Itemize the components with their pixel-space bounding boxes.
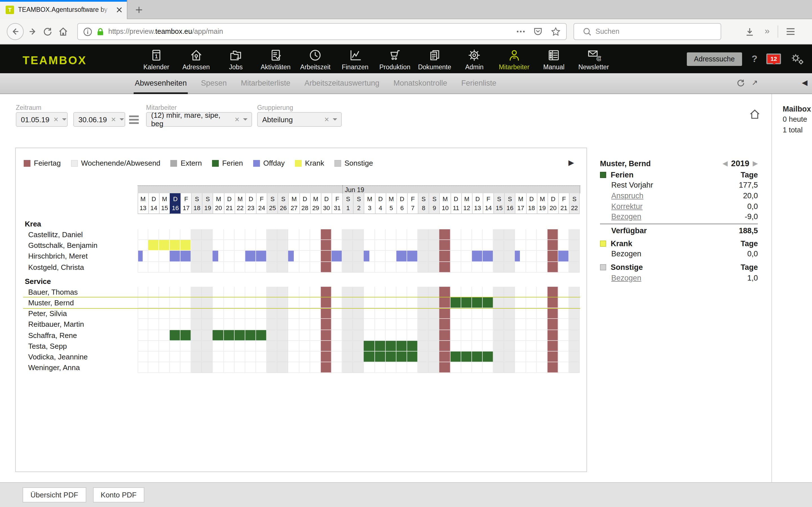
- day-cell[interactable]: [526, 240, 537, 251]
- day-cell[interactable]: [181, 262, 191, 272]
- day-cell[interactable]: [159, 262, 170, 272]
- day-cell[interactable]: [148, 251, 159, 262]
- page-actions-icon[interactable]: [516, 31, 525, 33]
- day-cell[interactable]: [537, 308, 547, 319]
- krank-cell[interactable]: [148, 240, 159, 251]
- day-cell[interactable]: [223, 362, 234, 373]
- nav-item-manual[interactable]: Manual: [534, 48, 574, 70]
- day-header[interactable]: S16: [504, 193, 515, 214]
- day-cell[interactable]: [472, 319, 483, 330]
- weekend-cell[interactable]: [278, 308, 289, 319]
- weekend-cell[interactable]: [353, 240, 364, 251]
- day-cell[interactable]: [299, 362, 310, 373]
- day-header[interactable]: M20: [213, 193, 223, 214]
- day-cell[interactable]: [213, 251, 223, 262]
- day-cell[interactable]: [483, 287, 493, 297]
- day-cell[interactable]: [310, 351, 321, 362]
- day-cell[interactable]: [364, 319, 375, 330]
- day-cell[interactable]: [159, 308, 170, 319]
- employee-row[interactable]: Testa, Sepp: [23, 341, 580, 351]
- day-cell[interactable]: [526, 351, 537, 362]
- weekend-cell[interactable]: [191, 319, 202, 330]
- holiday-cell[interactable]: [321, 308, 332, 319]
- day-cell[interactable]: [364, 262, 375, 272]
- day-cell[interactable]: [235, 229, 245, 240]
- day-cell[interactable]: [515, 240, 526, 251]
- subnav-tab-monatskontrolle[interactable]: Monatskontrolle: [392, 73, 448, 94]
- day-header[interactable]: D21: [223, 193, 234, 214]
- nav-item-adressen[interactable]: Adressen: [176, 48, 216, 70]
- day-cell[interactable]: [537, 341, 547, 351]
- day-cell[interactable]: [181, 362, 191, 373]
- weekend-cell[interactable]: [493, 240, 504, 251]
- weekend-cell[interactable]: [267, 251, 277, 262]
- notification-badge[interactable]: 12: [767, 54, 781, 64]
- nav-item-kalender[interactable]: 1Kalender: [137, 48, 176, 70]
- weekend-cell[interactable]: [191, 341, 202, 351]
- day-cell[interactable]: [159, 351, 170, 362]
- day-cell[interactable]: [181, 297, 191, 308]
- weekend-cell[interactable]: [202, 240, 213, 251]
- day-header[interactable]: D18: [526, 193, 537, 214]
- day-cell[interactable]: [289, 251, 299, 262]
- day-cell[interactable]: [289, 240, 299, 251]
- day-cell[interactable]: [223, 262, 234, 272]
- day-cell[interactable]: [526, 341, 537, 351]
- day-cell[interactable]: [472, 229, 483, 240]
- holiday-cell[interactable]: [548, 297, 558, 308]
- employee-row[interactable]: Gottschalk, Benjamin: [23, 240, 580, 251]
- day-cell[interactable]: [375, 297, 386, 308]
- employee-row[interactable]: Muster, Bernd: [23, 297, 580, 308]
- weekend-cell[interactable]: [504, 287, 515, 297]
- reload-button[interactable]: [43, 27, 52, 36]
- day-cell[interactable]: [386, 229, 396, 240]
- ferien-cell[interactable]: [223, 330, 234, 341]
- day-cell[interactable]: [515, 362, 526, 373]
- clear-icon[interactable]: ✕: [107, 116, 116, 123]
- day-cell[interactable]: [515, 308, 526, 319]
- weekend-cell[interactable]: [569, 319, 580, 330]
- day-cell[interactable]: [310, 297, 321, 308]
- ferien-cell[interactable]: [407, 351, 418, 362]
- offday-cell[interactable]: [245, 251, 256, 262]
- day-cell[interactable]: [181, 351, 191, 362]
- day-cell[interactable]: [181, 229, 191, 240]
- day-cell[interactable]: [407, 308, 418, 319]
- day-header[interactable]: S8: [418, 193, 428, 214]
- weekend-cell[interactable]: [504, 308, 515, 319]
- weekend-cell[interactable]: [342, 351, 353, 362]
- day-cell[interactable]: [483, 330, 493, 341]
- day-cell[interactable]: [148, 229, 159, 240]
- day-cell[interactable]: [159, 362, 170, 373]
- day-cell[interactable]: [299, 287, 310, 297]
- subnav-tab-spesen[interactable]: Spesen: [200, 73, 228, 94]
- day-header[interactable]: S18: [191, 193, 202, 214]
- day-header[interactable]: D20: [548, 193, 558, 214]
- day-cell[interactable]: [526, 262, 537, 272]
- weekend-cell[interactable]: [267, 262, 277, 272]
- weekend-cell[interactable]: [429, 319, 440, 330]
- weekend-cell[interactable]: [569, 330, 580, 341]
- day-cell[interactable]: [245, 262, 256, 272]
- day-cell[interactable]: [364, 308, 375, 319]
- weekend-cell[interactable]: [418, 240, 428, 251]
- day-cell[interactable]: [461, 362, 472, 373]
- weekend-cell[interactable]: [267, 297, 277, 308]
- day-cell[interactable]: [537, 351, 547, 362]
- holiday-cell[interactable]: [321, 330, 332, 341]
- day-cell[interactable]: [364, 297, 375, 308]
- day-cell[interactable]: [223, 319, 234, 330]
- day-cell[interactable]: [213, 362, 223, 373]
- subnav-tab-arbeitszeitauswertung[interactable]: Arbeitszeitauswertung: [303, 73, 380, 94]
- day-cell[interactable]: [170, 351, 181, 362]
- weekend-cell[interactable]: [342, 287, 353, 297]
- day-cell[interactable]: [148, 341, 159, 351]
- day-cell[interactable]: [515, 229, 526, 240]
- day-cell[interactable]: [396, 229, 407, 240]
- employee-row[interactable]: Hirschbrich, Meret: [23, 251, 580, 262]
- day-cell[interactable]: [537, 262, 547, 272]
- day-cell[interactable]: [170, 319, 181, 330]
- day-cell[interactable]: [558, 240, 569, 251]
- day-header[interactable]: M13: [137, 193, 148, 214]
- holiday-cell[interactable]: [440, 319, 450, 330]
